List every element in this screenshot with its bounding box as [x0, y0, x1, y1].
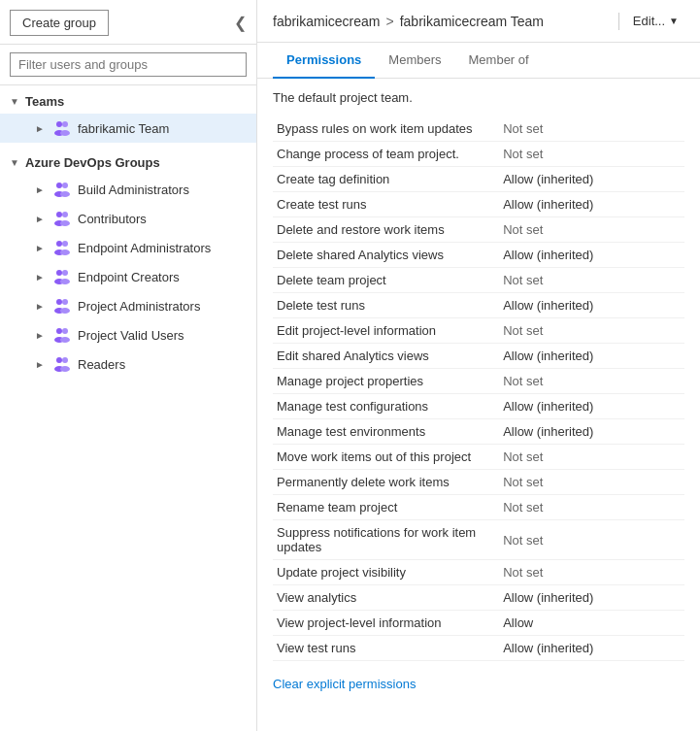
permission-name: Edit project-level information: [273, 318, 499, 344]
sidebar-items-container: ► Build Administrators ►: [0, 175, 256, 379]
permission-value: Allow (inherited): [499, 636, 684, 661]
sidebar: Create group ❮ ▼ Teams ► fabrikamic Team: [0, 0, 257, 731]
azure-devops-label: Azure DevOps Groups: [25, 155, 160, 170]
table-row[interactable]: Create test runs Allow (inherited): [273, 192, 684, 217]
teams-group-header[interactable]: ▼ Teams: [0, 89, 256, 114]
table-row[interactable]: Manage test environments Allow (inherite…: [273, 419, 684, 445]
item-chevron-icon: ►: [35, 214, 49, 224]
table-row[interactable]: Create tag definition Allow (inherited): [273, 167, 684, 192]
table-row[interactable]: View test runs Allow (inherited): [273, 636, 684, 661]
table-row[interactable]: Change process of team project. Not set: [273, 142, 684, 167]
default-team-label: The default project team.: [273, 90, 684, 105]
svg-point-4: [56, 183, 62, 188]
item-chevron-icon: ►: [35, 359, 49, 370]
svg-point-27: [60, 337, 70, 343]
sidebar-item-label: Readers: [78, 357, 125, 372]
breadcrumb-part2: fabrikamicecream Team: [400, 14, 544, 29]
create-group-button[interactable]: Create group: [10, 10, 109, 36]
permissions-area: The default project team. Bypass rules o…: [257, 79, 700, 731]
permission-name: View project-level information: [273, 611, 499, 636]
table-row[interactable]: Delete and restore work items Not set: [273, 217, 684, 243]
table-row[interactable]: Edit project-level information Not set: [273, 318, 684, 344]
main-header: fabrikamicecream > fabrikamicecream Team…: [257, 0, 700, 43]
table-row[interactable]: View analytics Allow (inherited): [273, 585, 684, 611]
permission-value: Allow (inherited): [499, 394, 684, 419]
table-row[interactable]: Manage project properties Not set: [273, 369, 684, 394]
permission-name: Update project visibility: [273, 560, 499, 585]
item-chevron-icon: ►: [35, 301, 49, 312]
sidebar-item-project-administrators[interactable]: ► Project Administrators: [0, 291, 256, 320]
permission-name: Delete test runs: [273, 293, 499, 318]
table-row[interactable]: Suppress notifications for work item upd…: [273, 520, 684, 560]
table-row[interactable]: Delete shared Analytics views Allow (inh…: [273, 243, 684, 268]
permission-name: View test runs: [273, 636, 499, 661]
item-chevron-icon: ►: [35, 272, 49, 282]
teams-chevron-icon: ▼: [10, 96, 23, 107]
svg-point-5: [62, 183, 68, 188]
table-row[interactable]: Delete team project Not set: [273, 268, 684, 293]
table-row[interactable]: Rename team project Not set: [273, 495, 684, 520]
sidebar-item-build-administrators[interactable]: ► Build Administrators: [0, 175, 256, 204]
azure-devops-section: ▼ Azure DevOps Groups ► Build Administra…: [0, 147, 256, 382]
permission-name: Delete shared Analytics views: [273, 243, 499, 268]
sidebar-item-project-valid-users[interactable]: ► Project Valid Users: [0, 320, 256, 349]
collapse-icon[interactable]: ❮: [234, 16, 247, 31]
sidebar-item-endpoint-creators[interactable]: ► Endpoint Creators: [0, 262, 256, 291]
permission-name: Suppress notifications for work item upd…: [273, 520, 499, 560]
permission-name: Create test runs: [273, 192, 499, 217]
permission-value: Not set: [499, 116, 684, 142]
permission-value: Allow: [499, 611, 684, 636]
permission-name: View analytics: [273, 585, 499, 611]
sidebar-header: Create group ❮: [0, 0, 256, 45]
group-icon: [52, 180, 72, 199]
svg-point-7: [60, 191, 70, 197]
table-row[interactable]: Delete test runs Allow (inherited): [273, 293, 684, 318]
sidebar-item-contributors[interactable]: ► Contributors: [0, 204, 256, 233]
main-content: fabrikamicecream > fabrikamicecream Team…: [257, 0, 700, 731]
item-chevron-icon: ►: [35, 243, 49, 253]
table-row[interactable]: Bypass rules on work item updates Not se…: [273, 116, 684, 142]
table-row[interactable]: Move work items out of this project Not …: [273, 445, 684, 470]
sidebar-item-label: Endpoint Creators: [78, 270, 180, 284]
permission-value: Not set: [499, 268, 684, 293]
table-row[interactable]: Edit shared Analytics views Allow (inher…: [273, 344, 684, 369]
svg-point-29: [62, 357, 68, 363]
table-row[interactable]: Update project visibility Not set: [273, 560, 684, 585]
permission-value: Not set: [499, 142, 684, 167]
tab-members[interactable]: Members: [375, 43, 454, 79]
permission-value: Not set: [499, 520, 684, 560]
sidebar-item-readers[interactable]: ► Readers: [0, 349, 256, 379]
clear-permissions-link[interactable]: Clear explicit permissions: [273, 677, 416, 691]
sidebar-item-fabrikamic-team[interactable]: ► fabrikamic Team: [0, 114, 256, 143]
filter-input[interactable]: [10, 52, 247, 77]
table-row[interactable]: Manage test configurations Allow (inheri…: [273, 394, 684, 419]
header-divider: [618, 13, 619, 30]
teams-section: ▼ Teams ► fabrikamic Team: [0, 85, 256, 147]
edit-button[interactable]: Edit... ▼: [627, 10, 684, 32]
azure-devops-group-header[interactable]: ▼ Azure DevOps Groups: [0, 150, 256, 175]
permission-name: Rename team project: [273, 495, 499, 520]
svg-point-24: [56, 328, 62, 334]
edit-dropdown-icon: ▼: [669, 16, 679, 26]
sidebar-item-endpoint-administrators[interactable]: ► Endpoint Administrators: [0, 233, 256, 262]
permission-name: Change process of team project.: [273, 142, 499, 167]
permission-value: Allow (inherited): [499, 344, 684, 369]
svg-point-21: [62, 299, 68, 305]
tab-member-of[interactable]: Member of: [455, 43, 543, 79]
permission-name: Manage test configurations: [273, 394, 499, 419]
svg-point-15: [60, 249, 70, 255]
table-row[interactable]: View project-level information Allow: [273, 611, 684, 636]
permission-value: Allow (inherited): [499, 243, 684, 268]
permission-value: Allow (inherited): [499, 192, 684, 217]
svg-point-8: [56, 212, 62, 217]
svg-point-31: [60, 366, 70, 372]
table-row[interactable]: Permanently delete work items Not set: [273, 470, 684, 495]
permission-name: Permanently delete work items: [273, 470, 499, 495]
permission-value: Not set: [499, 217, 684, 243]
permission-value: Not set: [499, 560, 684, 585]
permissions-table: Bypass rules on work item updates Not se…: [273, 116, 684, 661]
permission-name: Create tag definition: [273, 167, 499, 192]
group-icon: [52, 354, 72, 374]
tab-permissions[interactable]: Permissions: [273, 43, 375, 79]
permission-name: Edit shared Analytics views: [273, 344, 499, 369]
